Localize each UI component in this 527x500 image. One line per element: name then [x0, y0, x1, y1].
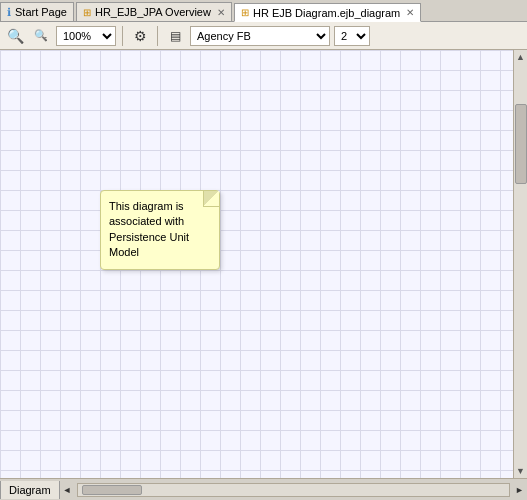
bottom-tab-label: Diagram	[9, 484, 51, 496]
action-button-1[interactable]: ⚙	[129, 25, 151, 47]
zoom-out-button[interactable]: 🔍-	[30, 25, 52, 47]
action-icon-2: ▤	[170, 29, 181, 43]
scroll-right-arrow[interactable]: ►	[512, 485, 527, 495]
tab-hr-ejb-jpa-label: HR_EJB_JPA Overview	[95, 6, 211, 18]
zoom-select[interactable]: 100% 75% 50% 125% 150%	[56, 26, 116, 46]
bottom-diagram-tab[interactable]: Diagram	[0, 481, 60, 499]
tab-hr-ejb-diagram-close[interactable]: ✕	[406, 7, 414, 18]
tab-start-page[interactable]: ℹ Start Page	[0, 2, 74, 21]
tab-hr-ejb-diagram[interactable]: ⊞ HR EJB Diagram.ejb_diagram ✕	[234, 3, 421, 22]
tab-bar: ℹ Start Page ⊞ HR_EJB_JPA Overview ✕ ⊞ H…	[0, 0, 527, 22]
scrollbar-bottom[interactable]	[77, 483, 511, 497]
main-area: This diagram is associated with Persiste…	[0, 50, 527, 478]
toolbar: 🔍 🔍- 100% 75% 50% 125% 150% ⚙ ▤ Agency F…	[0, 22, 527, 50]
action-icon-1: ⚙	[134, 28, 147, 44]
scroll-down-arrow[interactable]: ▼	[514, 464, 527, 478]
separator-1	[122, 26, 123, 46]
scrollbar-right[interactable]: ▲ ▼	[513, 50, 527, 478]
zoom-out-icon: 🔍-	[34, 29, 48, 42]
tab-start-page-label: Start Page	[15, 6, 67, 18]
separator-2	[157, 26, 158, 46]
note-widget[interactable]: This diagram is associated with Persiste…	[100, 190, 220, 270]
font-size-select[interactable]: 2 1 3 4	[334, 26, 370, 46]
zoom-in-icon: 🔍	[7, 28, 24, 44]
zoom-in-button[interactable]: 🔍	[4, 25, 26, 47]
note-fold	[203, 191, 219, 207]
note-text: This diagram is associated with Persiste…	[109, 200, 189, 258]
scroll-left-arrow[interactable]: ◄	[60, 485, 75, 495]
scroll-up-arrow[interactable]: ▲	[514, 50, 527, 64]
bottom-bar: Diagram ◄ ►	[0, 478, 527, 500]
tab-hr-ejb-jpa-overview[interactable]: ⊞ HR_EJB_JPA Overview ✕	[76, 2, 232, 21]
action-button-2[interactable]: ▤	[164, 25, 186, 47]
hr-ejb-jpa-icon: ⊞	[83, 7, 91, 18]
scrollbar-bottom-thumb[interactable]	[82, 485, 142, 495]
tab-hr-ejb-jpa-close[interactable]: ✕	[217, 7, 225, 18]
scrollbar-right-thumb[interactable]	[515, 104, 527, 184]
start-page-icon: ℹ	[7, 6, 11, 19]
hr-ejb-diagram-icon: ⊞	[241, 7, 249, 18]
font-family-select[interactable]: Agency FB Arial Times New Roman	[190, 26, 330, 46]
diagram-canvas[interactable]: This diagram is associated with Persiste…	[0, 50, 513, 478]
tab-hr-ejb-diagram-label: HR EJB Diagram.ejb_diagram	[253, 7, 400, 19]
